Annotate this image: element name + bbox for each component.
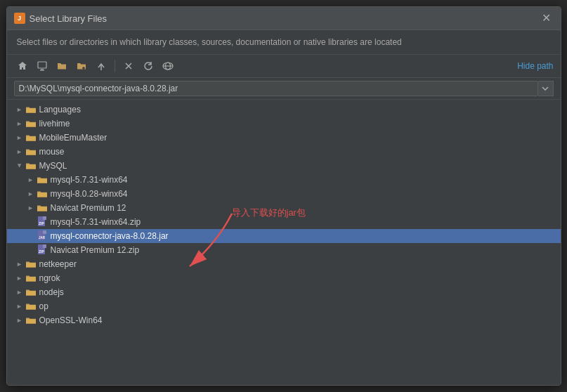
tree-item-openssl[interactable]: ► OpenSSL-Win64 (7, 313, 561, 327)
tree-item-mysql-zip[interactable]: ZIP mysql-5.7.31-winx64.zip (7, 215, 561, 229)
item-label: mouse (39, 147, 65, 157)
expand-arrow (25, 216, 37, 228)
expand-arrow: ► (25, 174, 37, 185)
jar-icon: JAR (37, 230, 48, 242)
title-left: J Select Library Files (14, 13, 107, 24)
hide-path-button[interactable]: Hide path (517, 61, 553, 71)
folder-icon (37, 202, 48, 214)
tree-item-mysql[interactable]: ► MySQL (7, 159, 561, 173)
new-folder-button[interactable] (73, 58, 90, 74)
svg-rect-0 (38, 62, 46, 68)
dialog-title: Select Library Files (30, 13, 107, 24)
item-label: mysql-5.7.31-winx64 (51, 175, 128, 185)
svg-text:JAR: JAR (39, 236, 46, 240)
expand-arrow (25, 244, 37, 256)
svg-rect-12 (43, 216, 46, 220)
item-label: netkeeper (39, 259, 77, 269)
path-dropdown-button[interactable] (538, 81, 554, 96)
expand-arrow: ► (14, 273, 25, 284)
tree-item-mouse[interactable]: ► mouse (7, 145, 561, 159)
expand-arrow: ► (14, 160, 25, 171)
toolbar-separator (115, 60, 115, 72)
folder-icon (37, 188, 48, 200)
item-label: nodejs (39, 287, 64, 297)
path-bar (7, 78, 561, 100)
svg-rect-15 (43, 230, 46, 234)
item-label: OpenSSL-Win64 (39, 315, 103, 325)
folder-icon (25, 146, 37, 157)
go-up-button[interactable] (93, 58, 110, 74)
svg-rect-18 (43, 244, 46, 248)
path-input[interactable] (14, 81, 538, 96)
tree-item-nodejs[interactable]: ► nodejs (7, 285, 561, 299)
item-label: mysql-8.0.28-winx64 (51, 189, 128, 199)
close-button[interactable]: ✕ (539, 11, 554, 25)
item-label: Navicat Premium 12 (51, 203, 126, 213)
expand-arrow: ► (14, 118, 25, 129)
refresh-button[interactable] (140, 58, 157, 74)
expand-arrow: ► (14, 132, 25, 143)
item-label: mysql-5.7.31-winx64.zip (51, 217, 141, 227)
folder-icon (25, 287, 37, 298)
svg-text:ZIP: ZIP (39, 221, 44, 226)
expand-arrow: ► (14, 287, 25, 298)
tree-item-mysql-8028[interactable]: ► mysql-8.0.28-winx64 (7, 187, 561, 201)
toolbar: Hide path (7, 55, 561, 78)
tree-item-navicat[interactable]: ► Navicat Premium 12 (7, 201, 561, 215)
home-button[interactable] (14, 58, 31, 74)
tree-item-mobileemu[interactable]: ► MobileEmuMaster (7, 131, 561, 145)
zip-icon: ZIP (37, 216, 48, 228)
open-folder-button[interactable] (53, 58, 70, 74)
item-label: livehime (39, 119, 70, 129)
delete-button[interactable] (120, 58, 137, 74)
folder-icon (25, 118, 37, 129)
folder-icon (25, 301, 37, 312)
svg-text:ZIP: ZIP (39, 249, 44, 254)
item-label: Languages (39, 105, 81, 115)
expand-arrow: ► (14, 301, 25, 312)
item-label: MobileEmuMaster (39, 133, 107, 143)
expand-arrow: ► (14, 104, 25, 115)
folder-icon (37, 174, 48, 185)
expand-arrow: ► (25, 202, 37, 214)
folder-icon (25, 160, 37, 171)
zip-icon: ZIP (37, 244, 48, 256)
tree-item-netkeeper[interactable]: ► netkeeper (7, 257, 561, 271)
tree-item-navicat-zip[interactable]: ZIP Navicat Premium 12.zip (7, 243, 561, 257)
folder-icon (25, 273, 37, 284)
expand-arrow: ► (14, 315, 25, 326)
select-library-dialog: J Select Library Files ✕ Select files or… (6, 6, 561, 386)
expand-arrow: ► (14, 146, 25, 157)
tree-item-ngrok[interactable]: ► ngrok (7, 271, 561, 285)
tree-item-op[interactable]: ► op (7, 299, 561, 313)
folder-icon (25, 104, 37, 115)
item-label: Navicat Premium 12.zip (51, 245, 140, 255)
network-button[interactable] (159, 58, 176, 74)
dialog-description: Select files or directories in which lib… (7, 30, 561, 55)
item-label: mysql-connector-java-8.0.28.jar (51, 231, 169, 241)
folder-icon (25, 132, 37, 143)
expand-arrow (25, 230, 37, 242)
tree-item-livehime[interactable]: ► livehime (7, 117, 561, 131)
tree-item-connector[interactable]: JAR mysql-connector-java-8.0.28.jar (7, 229, 561, 243)
item-label: MySQL (39, 161, 67, 171)
folder-icon (25, 315, 37, 326)
dialog-icon: J (14, 13, 25, 24)
expand-arrow: ► (25, 188, 37, 200)
tree-item-languages[interactable]: ► Languages (7, 103, 561, 117)
desktop-button[interactable] (34, 58, 51, 74)
item-label: op (39, 301, 48, 311)
folder-icon (25, 259, 37, 270)
expand-arrow: ► (14, 259, 25, 270)
item-label: ngrok (39, 273, 60, 283)
title-bar: J Select Library Files ✕ (7, 7, 561, 30)
toolbar-buttons (14, 58, 176, 74)
tree-item-mysql-5731[interactable]: ► mysql-5.7.31-winx64 (7, 173, 561, 187)
file-tree: ► Languages► livehime► MobileEmuMaster► … (7, 100, 561, 385)
